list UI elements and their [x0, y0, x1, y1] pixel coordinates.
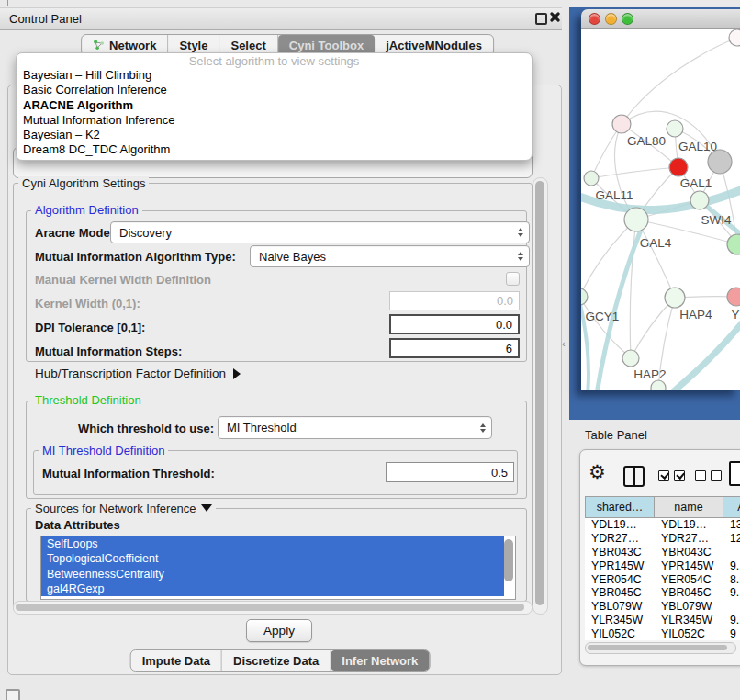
minimize-button[interactable] [605, 13, 617, 25]
column-header[interactable]: name [655, 496, 723, 518]
algorithm-option[interactable]: Basic Correlation Inference [17, 83, 532, 97]
tab-impute-data[interactable]: Impute Data [131, 650, 222, 671]
network-node[interactable] [584, 171, 599, 186]
table-cell: YDR27… [585, 532, 655, 545]
algorithm-option[interactable]: Bayesian – K2 [17, 128, 532, 142]
table-row[interactable]: YLR345WYLR345W9. [585, 614, 740, 627]
sources-legend-text: Sources for Network Inference [35, 502, 196, 515]
network-node[interactable] [729, 29, 740, 46]
settings-horizontal-scrollbar[interactable] [13, 601, 533, 615]
table-row[interactable]: YER054CYER054C8. [585, 572, 740, 586]
apply-button[interactable]: Apply [246, 619, 312, 642]
mi-type-value: Naive Bayes [259, 250, 326, 264]
table-row[interactable]: YDL19…YDL19…13 [585, 518, 740, 532]
tab-infer-network[interactable]: Infer Network [331, 650, 429, 671]
network-node[interactable] [727, 234, 740, 254]
algorithm-option[interactable]: ARACNE Algorithm [17, 98, 532, 113]
collapse-arrow-icon[interactable] [201, 504, 212, 512]
network-window[interactable]: GAL80GAL10GAL1GAL11SWI4GAL4GCY1HAP4YHAP2 [581, 9, 740, 390]
network-canvas[interactable]: GAL80GAL10GAL1GAL11SWI4GAL4GCY1HAP4YHAP2 [581, 29, 740, 390]
scrollbar-thumb[interactable] [588, 645, 727, 651]
table-row[interactable]: YBR045CYBR045C9. [585, 586, 740, 600]
table-cell: YLR345W [655, 614, 723, 627]
network-edge[interactable] [581, 220, 636, 297]
which-threshold-combo[interactable]: MI Threshold [218, 416, 492, 439]
node-label: GAL1 [680, 176, 712, 190]
node-label: GAL4 [640, 236, 672, 250]
zoom-button[interactable] [622, 13, 633, 25]
data-attribute-item[interactable]: gal4RGexp [41, 581, 504, 596]
network-node[interactable] [669, 158, 688, 176]
unchecked-box-icon [711, 470, 722, 481]
network-edge[interactable] [622, 38, 737, 124]
network-node[interactable] [581, 288, 588, 305]
network-edge[interactable] [636, 220, 675, 298]
table-row[interactable]: YDR27…YDR27…12 [585, 532, 740, 546]
node-label: HAP2 [633, 367, 666, 381]
algorithm-option[interactable]: Dream8 DC_TDC Algorithm [17, 142, 532, 157]
network-edge[interactable] [591, 167, 678, 178]
network-graph: GAL80GAL10GAL1GAL11SWI4GAL4GCY1HAP4YHAP2 [581, 29, 740, 390]
network-node[interactable] [690, 191, 709, 209]
minimized-panel-icon[interactable] [6, 689, 20, 700]
float-window-icon[interactable] [535, 13, 547, 25]
deselect-all-icon[interactable] [695, 470, 722, 481]
manual-kernel-checkbox[interactable] [506, 272, 520, 286]
mi-threshold-field[interactable]: 0.5 [386, 462, 514, 482]
table-cell: YDL19… [655, 518, 723, 531]
stepper-arrows-icon [518, 228, 523, 237]
network-node[interactable] [727, 288, 740, 306]
node-label: Y [731, 308, 739, 322]
column-header[interactable]: A [723, 496, 740, 518]
gear-icon[interactable]: ⚙ [589, 460, 606, 484]
split-pane-arrow-icon[interactable]: ‹ [562, 338, 566, 349]
table-cell: 9. [723, 559, 740, 572]
close-button[interactable] [589, 13, 600, 25]
algorithm-option[interactable]: Bayesian – Hill Climbing [17, 68, 532, 83]
network-edge[interactable] [631, 298, 675, 358]
data-attribute-item[interactable]: TopologicalCoefficient [41, 551, 504, 566]
table-cell: YBL079W [585, 600, 655, 613]
table-body: YDL19…YDL19…13YDR27…YDR27…12YBR043CYBR04… [585, 518, 740, 640]
data-attribute-item[interactable]: BetweennessCentrality [41, 567, 504, 581]
hub-section-toggle[interactable]: Hub/Transcription Factor Definition [35, 367, 241, 380]
network-edge[interactable] [668, 319, 740, 390]
aracne-mode-combo[interactable]: Discovery [110, 221, 530, 243]
sources-legend[interactable]: Sources for Network Inference [31, 502, 216, 515]
mi-type-combo[interactable]: Naive Bayes [250, 245, 530, 267]
network-node[interactable] [622, 350, 639, 367]
data-attributes-list[interactable]: SelfLoopsTopologicalCoefficientBetweenne… [40, 536, 516, 600]
scrollbar-thumb[interactable] [535, 181, 544, 605]
settings-vertical-scrollbar[interactable] [533, 177, 548, 615]
scrollbar-thumb[interactable] [16, 604, 524, 611]
table-cell: YPR145W [585, 559, 655, 572]
tab-discretize-data[interactable]: Discretize Data [222, 650, 331, 671]
table-row[interactable]: YBR043CYBR043C [585, 546, 740, 559]
list-scrollbar[interactable] [504, 539, 513, 581]
data-attribute-item[interactable]: SelfLoops [41, 536, 504, 551]
document-icon[interactable] [729, 461, 740, 486]
select-all-icon[interactable] [658, 470, 685, 481]
table-cell: 9 [723, 627, 740, 640]
close-icon[interactable] [549, 12, 559, 22]
which-threshold-value: MI Threshold [227, 421, 297, 435]
network-node[interactable] [665, 288, 685, 308]
split-columns-icon[interactable] [623, 466, 645, 487]
network-node[interactable] [651, 380, 666, 390]
network-node[interactable] [612, 115, 631, 133]
table-row[interactable]: YIL052CYIL052C9 [585, 627, 740, 640]
expand-arrow-icon[interactable] [233, 368, 241, 379]
network-node[interactable] [624, 208, 648, 231]
algorithm-option[interactable]: Mutual Information Inference [17, 113, 532, 128]
tab-label: Style [179, 39, 207, 52]
mi-steps-field[interactable]: 6 [389, 338, 520, 358]
network-window-titlebar[interactable] [581, 9, 740, 29]
table-row[interactable]: YBL079WYBL079W [585, 600, 740, 614]
table-cell: YBL079W [655, 600, 723, 613]
network-node[interactable] [667, 120, 683, 137]
dpi-tolerance-field[interactable]: 0.0 [389, 314, 520, 334]
table-horizontal-scrollbar[interactable] [585, 642, 736, 654]
column-header[interactable]: shared… [585, 496, 655, 518]
control-panel-titlebar: Control Panel [0, 7, 562, 30]
table-row[interactable]: YPR145WYPR145W9. [585, 559, 740, 572]
